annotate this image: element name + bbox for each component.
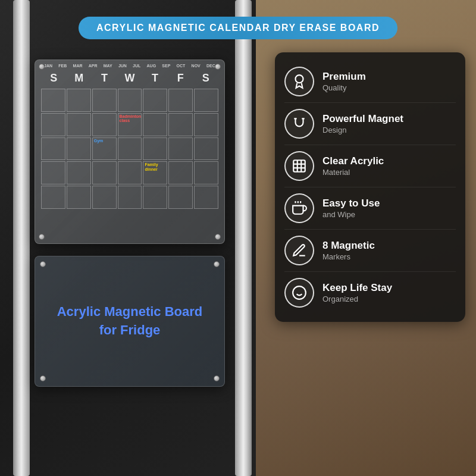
screw-bl bbox=[39, 234, 45, 240]
feature-icon-0 bbox=[284, 67, 314, 96]
month-label: SEP bbox=[162, 64, 170, 68]
cal-cell bbox=[194, 161, 218, 184]
cal-cell bbox=[41, 186, 65, 209]
month-label: NOV bbox=[192, 64, 201, 68]
features-panel: PremiumQualityPowerful MagnetDesignClear… bbox=[275, 52, 465, 322]
cal-cell bbox=[41, 161, 65, 184]
feature-subtitle: Quality bbox=[322, 83, 456, 92]
svg-point-0 bbox=[296, 75, 303, 83]
month-label: JUL bbox=[133, 64, 140, 68]
feature-title: Premium bbox=[322, 71, 456, 83]
feature-text-4: 8 MagneticMarkers bbox=[322, 240, 456, 261]
month-label: APR bbox=[89, 64, 98, 68]
screw-br bbox=[215, 234, 221, 240]
day-header: S bbox=[41, 70, 67, 86]
note-screw-tl bbox=[40, 261, 46, 267]
day-header: W bbox=[117, 70, 143, 86]
cal-cell bbox=[92, 113, 117, 136]
feature-text-2: Clear AcrylicMaterial bbox=[322, 155, 456, 177]
feature-item: Easy to Useand Wipe bbox=[284, 187, 456, 230]
cal-cell bbox=[168, 137, 193, 161]
cal-cell bbox=[143, 113, 167, 136]
calendar-event: Gym bbox=[93, 138, 105, 144]
cal-cell bbox=[168, 113, 193, 136]
feature-icon-5 bbox=[284, 278, 314, 308]
cal-cell bbox=[194, 89, 218, 112]
month-label: DEC bbox=[206, 64, 215, 68]
month-label: AUG bbox=[147, 64, 156, 68]
feature-title: Powerful Magnet bbox=[322, 113, 456, 125]
feature-subtitle: Design bbox=[322, 126, 456, 134]
cal-cell bbox=[67, 161, 91, 184]
cal-cell bbox=[168, 186, 193, 209]
feature-subtitle: Markers bbox=[322, 252, 456, 261]
note-screw-tr bbox=[214, 261, 220, 267]
feature-item: Keep Life StayOrganized bbox=[284, 272, 456, 314]
feature-item: Powerful MagnetDesign bbox=[284, 103, 456, 145]
feature-icon-4 bbox=[284, 236, 314, 265]
month-label: JAN bbox=[44, 64, 52, 68]
feature-subtitle: Organized bbox=[322, 295, 456, 303]
feature-icon-2 bbox=[284, 151, 314, 181]
svg-rect-1 bbox=[293, 160, 305, 172]
day-header: S bbox=[193, 70, 218, 86]
feature-text-3: Easy to Useand Wipe bbox=[322, 198, 456, 219]
cal-cell bbox=[118, 89, 142, 112]
month-label: MAY bbox=[104, 64, 112, 68]
cal-cell bbox=[67, 186, 91, 209]
cal-cell bbox=[118, 161, 142, 184]
month-label: OCT bbox=[177, 64, 186, 68]
cal-cell bbox=[41, 89, 65, 112]
fridge-rail-left bbox=[13, 0, 30, 476]
cal-cell bbox=[118, 137, 142, 161]
cal-cell bbox=[67, 89, 91, 112]
cal-cell bbox=[143, 89, 167, 112]
feature-title: Keep Life Stay bbox=[322, 282, 456, 294]
cal-cell: Family dinner bbox=[143, 161, 167, 184]
cal-cell bbox=[67, 113, 91, 136]
cal-cell bbox=[143, 186, 167, 209]
calendar-board: JANFEBMARAPRMAYJUNJULAUGSEPOCTNOVDEC SMT… bbox=[35, 60, 225, 244]
note-text: Acrylic Magnetic Boardfor Fridge bbox=[57, 303, 203, 340]
screw-tr bbox=[215, 64, 221, 70]
cal-cell bbox=[168, 89, 193, 112]
title-banner: ACRYLIC MAGNETIC CALENDAR DRY ERASE BOAR… bbox=[79, 17, 397, 39]
cal-cell bbox=[118, 186, 142, 209]
feature-subtitle: Material bbox=[322, 168, 456, 177]
day-header: T bbox=[92, 70, 117, 86]
note-board: Acrylic Magnetic Boardfor Fridge bbox=[35, 256, 225, 387]
feature-title: Easy to Use bbox=[322, 198, 456, 209]
cal-cell bbox=[92, 161, 117, 184]
note-screw-bl bbox=[40, 375, 46, 381]
feature-item: PremiumQuality bbox=[284, 61, 456, 103]
day-header: T bbox=[142, 70, 168, 86]
feature-text-5: Keep Life StayOrganized bbox=[322, 282, 456, 303]
day-header: F bbox=[168, 70, 193, 86]
cal-cell bbox=[194, 137, 218, 161]
calendar-event: Family dinner bbox=[143, 162, 167, 172]
cal-cell bbox=[41, 113, 65, 136]
feature-title: Clear Acrylic bbox=[322, 155, 456, 167]
month-label: MAR bbox=[73, 64, 83, 68]
cal-cell bbox=[92, 186, 117, 209]
feature-text-1: Powerful MagnetDesign bbox=[322, 113, 456, 134]
cal-cell: Badminton class bbox=[118, 113, 142, 136]
day-header: M bbox=[67, 70, 92, 86]
feature-icon-1 bbox=[284, 109, 314, 139]
month-label: FEB bbox=[58, 64, 67, 68]
title-text: ACRYLIC MAGNETIC CALENDAR DRY ERASE BOAR… bbox=[96, 23, 380, 33]
cal-cell bbox=[67, 137, 91, 161]
feature-subtitle: and Wipe bbox=[322, 210, 456, 219]
cal-cell bbox=[92, 89, 117, 112]
note-screw-br bbox=[214, 375, 220, 381]
calendar-event: Badminton class bbox=[118, 114, 143, 124]
feature-icon-3 bbox=[284, 193, 314, 223]
day-headers: SMTWTFS bbox=[35, 69, 224, 87]
cal-cell bbox=[168, 161, 193, 184]
month-label: JUN bbox=[118, 64, 127, 68]
screw-tl bbox=[39, 64, 45, 70]
calendar-grid: Badminton classGymFamily dinner bbox=[35, 87, 224, 212]
feature-text-0: PremiumQuality bbox=[322, 71, 456, 92]
cal-cell bbox=[41, 137, 65, 161]
cal-cell: Gym bbox=[92, 137, 117, 161]
